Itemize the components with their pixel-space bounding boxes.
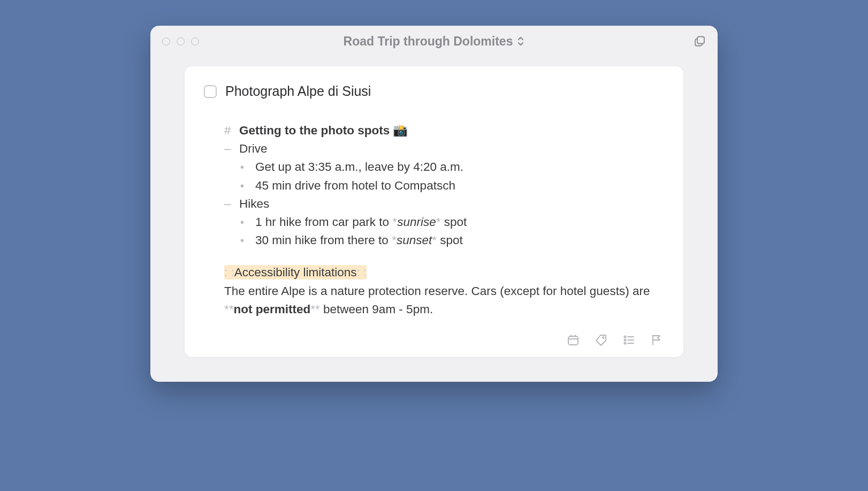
heading-line: # Getting to the photo spots 📸	[224, 122, 664, 140]
list-item-post: spot	[440, 215, 467, 229]
highlight-marker: : :	[357, 266, 367, 279]
heading-text: Getting to the photo spots	[239, 124, 390, 137]
close-window-button[interactable]	[162, 37, 170, 46]
paragraph-bold: not permitted	[234, 303, 311, 316]
dash-marker: –	[224, 140, 239, 158]
section-label: Hikes	[239, 195, 269, 213]
traffic-lights	[162, 37, 199, 46]
bold-marker: **	[224, 303, 234, 316]
list-item-em: sunrise	[397, 215, 436, 229]
highlight-marker: : :	[224, 266, 234, 279]
star-marker: *	[392, 215, 397, 229]
window-title-text: Road Trip through Dolomites	[344, 34, 513, 49]
list-item-pre: 1 hr hike from car park to	[255, 215, 392, 229]
svg-point-10	[624, 342, 626, 344]
bullet-marker: •	[240, 214, 255, 230]
svg-point-8	[624, 339, 626, 341]
task-header: Photograph Alpe di Siusi	[204, 84, 664, 99]
minimize-window-button[interactable]	[177, 37, 185, 46]
bullet-marker: •	[240, 232, 255, 248]
paragraph-post: between 9am - 5pm.	[320, 303, 433, 316]
flag-icon[interactable]	[650, 334, 663, 346]
section-hikes: – Hikes	[224, 195, 664, 213]
card-toolbar	[204, 334, 664, 346]
bullet-marker: •	[240, 178, 255, 194]
dash-marker: –	[224, 195, 239, 213]
list-item: • 45 min drive from hotel to Compatsch	[224, 177, 664, 195]
list-item-text: 45 min drive from hotel to Compatsch	[255, 177, 455, 195]
paragraph-block: : :Accessibility limitations: : The enti…	[224, 263, 664, 319]
paragraph-pre: The entire Alpe is a nature protection r…	[224, 284, 650, 298]
list-item: • 1 hr hike from car park to *sunrise* s…	[224, 213, 664, 231]
expand-button[interactable]	[694, 35, 706, 47]
window-title-dropdown[interactable]: Road Trip through Dolomites	[344, 34, 525, 49]
calendar-icon[interactable]	[567, 334, 580, 346]
list-item-post: spot	[437, 233, 463, 247]
list-item-pre: 30 min hike from there to	[255, 233, 392, 247]
camera-emoji: 📸	[393, 124, 408, 137]
task-card: Photograph Alpe di Siusi # Getting to th…	[185, 66, 683, 357]
titlebar: Road Trip through Dolomites	[150, 26, 718, 55]
highlight-span: : :Accessibility limitations: :	[224, 265, 367, 280]
chevron-up-down-icon	[517, 36, 524, 47]
tag-icon[interactable]	[595, 334, 607, 346]
note-body[interactable]: # Getting to the photo spots 📸 – Drive •…	[204, 122, 664, 319]
svg-point-6	[624, 336, 626, 337]
svg-rect-0	[697, 37, 704, 44]
list-item-em: sunset	[397, 233, 432, 247]
bold-marker: **	[310, 303, 320, 316]
star-marker: *	[392, 233, 397, 247]
task-title[interactable]: Photograph Alpe di Siusi	[225, 84, 371, 99]
task-checkbox[interactable]	[204, 85, 217, 98]
list-item-text: Get up at 3:35 a.m., leave by 4:20 a.m.	[255, 158, 463, 176]
svg-point-5	[603, 337, 604, 338]
star-marker: *	[432, 233, 437, 247]
zoom-window-button[interactable]	[191, 37, 199, 46]
list-item: • 30 min hike from there to *sunset* spo…	[224, 231, 664, 250]
section-drive: – Drive	[224, 140, 664, 158]
section-label: Drive	[239, 140, 268, 158]
list-item: • Get up at 3:35 a.m., leave by 4:20 a.m…	[224, 158, 664, 176]
bullet-marker: •	[240, 159, 255, 175]
heading-marker: #	[224, 122, 239, 140]
svg-rect-1	[568, 336, 578, 345]
app-window: Road Trip through Dolomites Photograph A…	[150, 26, 718, 382]
highlight-text: Accessibility limitations	[234, 266, 357, 279]
checklist-icon[interactable]	[622, 334, 635, 346]
